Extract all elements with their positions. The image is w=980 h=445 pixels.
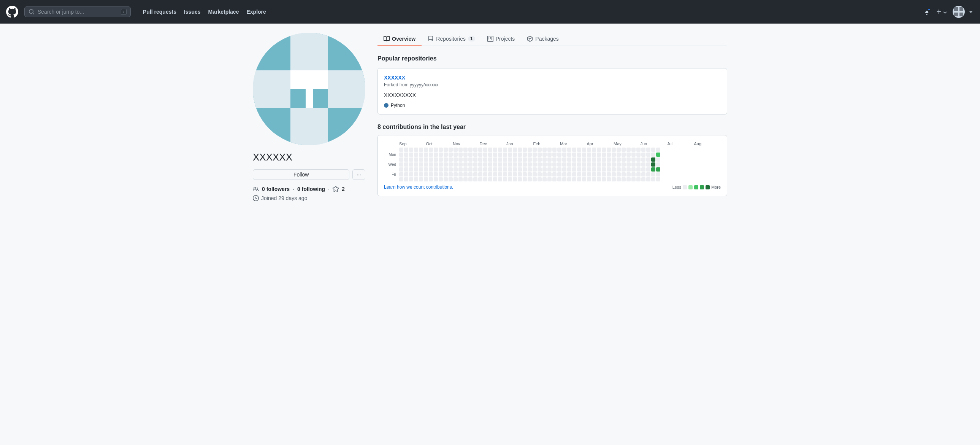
contrib-day[interactable] — [641, 158, 646, 162]
contrib-day[interactable] — [468, 158, 473, 162]
contrib-day[interactable] — [636, 177, 641, 182]
contrib-day[interactable] — [508, 163, 512, 167]
contrib-day[interactable] — [538, 148, 542, 152]
contrib-day[interactable] — [419, 153, 423, 157]
contrib-day[interactable] — [627, 163, 631, 167]
contrib-day[interactable] — [612, 158, 616, 162]
contrib-day[interactable] — [612, 167, 616, 172]
contrib-day[interactable] — [523, 177, 527, 182]
contrib-day[interactable] — [592, 167, 596, 172]
contrib-day[interactable] — [622, 148, 626, 152]
contrib-day[interactable] — [542, 148, 547, 152]
contrib-day[interactable] — [567, 158, 571, 162]
contrib-day[interactable] — [518, 158, 522, 162]
contrib-day[interactable] — [498, 163, 502, 167]
contrib-day[interactable] — [602, 172, 606, 177]
contrib-day[interactable] — [449, 172, 453, 177]
contrib-day[interactable] — [562, 167, 566, 172]
contrib-day[interactable] — [636, 163, 641, 167]
following-link[interactable]: 0 following — [297, 186, 325, 192]
contrib-day[interactable] — [508, 158, 512, 162]
contrib-day[interactable] — [582, 172, 586, 177]
contrib-day[interactable] — [498, 153, 502, 157]
contrib-day[interactable] — [409, 148, 413, 152]
contrib-day[interactable] — [617, 167, 621, 172]
contrib-day[interactable] — [651, 158, 655, 162]
follow-button[interactable]: Follow — [253, 169, 349, 180]
contrib-day[interactable] — [508, 167, 512, 172]
contrib-day[interactable] — [602, 167, 606, 172]
nav-explore[interactable]: Explore — [243, 7, 269, 16]
contrib-day[interactable] — [567, 148, 571, 152]
contrib-day[interactable] — [617, 172, 621, 177]
contrib-day[interactable] — [641, 177, 646, 182]
contrib-day[interactable] — [632, 158, 636, 162]
contrib-day[interactable] — [399, 172, 403, 177]
contrib-day[interactable] — [503, 148, 507, 152]
repo-name-link[interactable]: XXXXXX — [384, 75, 721, 81]
contrib-day[interactable] — [468, 163, 473, 167]
contrib-day[interactable] — [404, 167, 408, 172]
contrib-day[interactable] — [636, 153, 641, 157]
contrib-day[interactable] — [434, 153, 438, 157]
contrib-day[interactable] — [478, 167, 482, 172]
contrib-day[interactable] — [627, 158, 631, 162]
contrib-day[interactable] — [518, 163, 522, 167]
contrib-day[interactable] — [518, 167, 522, 172]
contrib-day[interactable] — [463, 148, 468, 152]
contrib-day[interactable] — [547, 177, 552, 182]
contrib-day[interactable] — [582, 167, 586, 172]
contrib-day[interactable] — [627, 172, 631, 177]
contrib-day[interactable] — [592, 158, 596, 162]
contrib-day[interactable] — [468, 172, 473, 177]
contrib-day[interactable] — [503, 153, 507, 157]
contrib-day[interactable] — [617, 158, 621, 162]
contrib-day[interactable] — [646, 172, 651, 177]
contrib-day[interactable] — [582, 153, 586, 157]
contrib-day[interactable] — [547, 172, 552, 177]
contrib-day[interactable] — [513, 167, 517, 172]
contrib-day[interactable] — [439, 153, 443, 157]
contrib-day[interactable] — [607, 167, 611, 172]
contrib-day[interactable] — [488, 148, 492, 152]
contrib-day[interactable] — [607, 163, 611, 167]
contrib-day[interactable] — [508, 177, 512, 182]
contrib-day[interactable] — [414, 148, 418, 152]
contrib-day[interactable] — [444, 158, 448, 162]
contrib-day[interactable] — [503, 177, 507, 182]
contrib-day[interactable] — [518, 172, 522, 177]
contrib-day[interactable] — [557, 177, 562, 182]
contrib-day[interactable] — [627, 153, 631, 157]
contrib-day[interactable] — [488, 153, 492, 157]
contrib-day[interactable] — [552, 153, 557, 157]
contrib-day[interactable] — [587, 148, 591, 152]
contrib-day[interactable] — [646, 177, 651, 182]
contrib-day[interactable] — [656, 153, 660, 157]
contrib-day[interactable] — [493, 153, 497, 157]
contrib-day[interactable] — [612, 148, 616, 152]
contrib-day[interactable] — [582, 158, 586, 162]
contrib-day[interactable] — [557, 153, 562, 157]
contrib-day[interactable] — [577, 158, 581, 162]
contrib-day[interactable] — [547, 167, 552, 172]
contrib-day[interactable] — [612, 172, 616, 177]
contrib-day[interactable] — [528, 177, 532, 182]
contrib-day[interactable] — [414, 167, 418, 172]
contrib-day[interactable] — [538, 163, 542, 167]
contrib-day[interactable] — [567, 153, 571, 157]
contrib-day[interactable] — [424, 177, 428, 182]
contrib-day[interactable] — [449, 153, 453, 157]
contrib-day[interactable] — [567, 177, 571, 182]
contrib-day[interactable] — [562, 153, 566, 157]
contrib-day[interactable] — [592, 148, 596, 152]
contrib-day[interactable] — [453, 163, 458, 167]
contrib-day[interactable] — [651, 163, 655, 167]
contrib-day[interactable] — [656, 177, 660, 182]
contrib-day[interactable] — [592, 153, 596, 157]
contrib-day[interactable] — [508, 153, 512, 157]
contrib-day[interactable] — [478, 158, 482, 162]
contrib-day[interactable] — [533, 167, 537, 172]
contrib-day[interactable] — [473, 177, 477, 182]
contrib-day[interactable] — [552, 163, 557, 167]
contrib-day[interactable] — [439, 177, 443, 182]
